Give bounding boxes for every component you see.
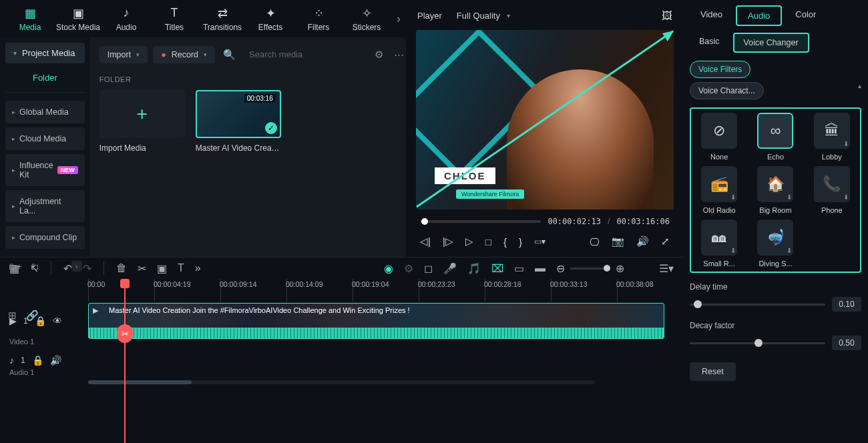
next-frame-icon[interactable]: |▷ bbox=[443, 236, 453, 248]
track-lock-icon[interactable]: 🔒 bbox=[32, 355, 43, 366]
marker-icon[interactable]: ▭ bbox=[514, 262, 524, 275]
mask-icon[interactable]: ◻ bbox=[424, 262, 433, 275]
voice-filter-small-r-[interactable]: 🏘⬇Small R... bbox=[694, 219, 744, 268]
player-scrubber[interactable] bbox=[420, 220, 541, 223]
text-icon[interactable]: T bbox=[178, 262, 184, 274]
project-media-header[interactable]: ▾ Project Media bbox=[5, 43, 85, 63]
media-browser: Import▾ ●Record▾ 🔍 ⚙ ⋯ FOLDER + Import M… bbox=[90, 37, 416, 257]
timeline-ruler[interactable]: 00:0000:00:04:1900:00:09:1400:00:14:0900… bbox=[0, 279, 683, 302]
pill-voice-filters[interactable]: Voice Filters bbox=[690, 61, 750, 78]
zoom-out-icon[interactable]: ⊖ bbox=[556, 262, 565, 275]
snapshot-icon[interactable]: 🖼 bbox=[662, 10, 672, 22]
delay-value[interactable]: 0.10 bbox=[832, 297, 861, 312]
prev-frame-icon[interactable]: ◁| bbox=[420, 236, 431, 248]
nav-tab-audio[interactable]: ♪Audio bbox=[103, 2, 150, 35]
reset-button[interactable]: Reset bbox=[690, 362, 736, 381]
video-track-icon[interactable]: ▶ bbox=[9, 316, 17, 326]
sidebar-item-influence-kit[interactable]: ▸Influence KitNEW bbox=[5, 154, 85, 186]
filters-icon: ⁘ bbox=[311, 6, 326, 21]
voice-filter-big-room[interactable]: 🏠⬇Big Room bbox=[750, 166, 801, 214]
transitions-icon: ⇄ bbox=[215, 6, 230, 21]
record-button[interactable]: ●Record▾ bbox=[153, 46, 215, 63]
cut-icon[interactable]: ✂ bbox=[138, 262, 146, 275]
voice-filter-none[interactable]: ⊘None bbox=[694, 113, 744, 161]
sidebar-item-global-media[interactable]: ▸Global Media bbox=[5, 101, 85, 123]
speed-icon[interactable]: ⚙ bbox=[404, 262, 413, 275]
mic-icon[interactable]: 🎤 bbox=[443, 262, 457, 275]
search-input[interactable] bbox=[244, 45, 367, 63]
play-icon[interactable]: ▷ bbox=[465, 236, 473, 248]
audio-track-icon[interactable]: ♪ bbox=[9, 355, 14, 366]
camera-icon[interactable]: 📷 bbox=[612, 236, 624, 248]
more-options-icon[interactable]: ⋯ bbox=[391, 49, 407, 61]
check-icon: ✓ bbox=[265, 122, 277, 134]
pill-voice-characters[interactable]: Voice Charact... bbox=[690, 82, 764, 99]
more-icon[interactable]: » bbox=[195, 262, 201, 274]
playhead[interactable]: ✂ bbox=[124, 279, 126, 443]
audio-icon: ♪ bbox=[119, 6, 134, 21]
import-button[interactable]: Import▾ bbox=[99, 46, 148, 63]
voice-filter-old-radio[interactable]: 📻⬇Old Radio bbox=[694, 166, 744, 214]
voice-filter-lobby[interactable]: 🏛⬇Lobby bbox=[807, 113, 857, 161]
magnet-icon[interactable]: ⌧ bbox=[491, 262, 503, 275]
nav-overflow-icon[interactable]: › bbox=[397, 12, 401, 26]
fullscreen-icon[interactable]: ⤢ bbox=[661, 236, 670, 248]
player-video[interactable]: CHLOE Wondershare Filmora bbox=[416, 30, 674, 209]
crop-icon[interactable]: ▣ bbox=[157, 262, 167, 275]
media-icon: ▦ bbox=[23, 6, 37, 21]
view-icon[interactable]: ☰▾ bbox=[659, 262, 674, 275]
new-folder-icon[interactable]: 🗀+ bbox=[8, 262, 22, 272]
track-mute-icon[interactable]: 🔊 bbox=[50, 355, 61, 366]
media-clip-tile[interactable]: 00:03:16 ✓ Master AI Video Creati... bbox=[196, 90, 281, 153]
folder-tab[interactable]: Folder bbox=[5, 66, 85, 93]
voice-filter-diving-s-[interactable]: 🤿⬇Diving S... bbox=[750, 219, 801, 268]
import-media-tile[interactable]: + Import Media bbox=[99, 90, 185, 153]
mark-in-icon[interactable]: { bbox=[503, 236, 507, 248]
zoom-in-icon[interactable]: ⊕ bbox=[616, 262, 624, 275]
voice-filter-echo[interactable]: ∞Echo bbox=[750, 113, 801, 161]
stop-icon[interactable]: □ bbox=[485, 236, 491, 248]
playhead-cut-icon[interactable]: ✂ bbox=[117, 324, 133, 343]
timeline-h-scrollbar[interactable] bbox=[88, 380, 595, 384]
new-badge: NEW bbox=[57, 166, 78, 174]
ai-icon[interactable]: ◉ bbox=[384, 262, 393, 275]
tab-color[interactable]: Color bbox=[785, 5, 827, 26]
voice-filter-phone[interactable]: 📞⬇Phone bbox=[807, 166, 857, 214]
sidebar-item-cloud-media[interactable]: ▸Cloud Media bbox=[5, 127, 85, 150]
zoom-slider[interactable] bbox=[570, 268, 610, 270]
decay-value[interactable]: 0.50 bbox=[832, 336, 861, 350]
filter-icon[interactable]: ⚙ bbox=[372, 49, 386, 61]
nav-tab-titles[interactable]: TTitles bbox=[151, 2, 198, 35]
nav-tab-transitions[interactable]: ⇄Transitions bbox=[199, 2, 246, 35]
delete-icon[interactable]: 🗑 bbox=[116, 262, 127, 274]
track-visible-icon[interactable]: 👁 bbox=[53, 316, 62, 326]
video-clip[interactable]: ▶ Master AI Video Creation Join the #Fil… bbox=[88, 303, 664, 339]
range-icon[interactable]: ▬ bbox=[535, 262, 546, 274]
tab-video[interactable]: Video bbox=[690, 5, 733, 26]
collapse-sidebar-icon[interactable]: ‹ bbox=[71, 261, 82, 272]
nav-tab-stickers[interactable]: ✧Stickers bbox=[343, 2, 390, 35]
nav-tab-stock-media[interactable]: ▣Stock Media bbox=[55, 2, 101, 35]
sidebar-item-compound-clip[interactable]: ▸Compound Clip bbox=[5, 226, 85, 249]
download-icon: ⬇ bbox=[843, 193, 849, 201]
sidebar-item-adjustment-la-[interactable]: ▸Adjustment La... bbox=[5, 190, 85, 222]
subtab-voice-changer[interactable]: Voice Changer bbox=[733, 33, 809, 53]
collapse-icon[interactable]: ▴ bbox=[858, 82, 861, 99]
stock-media-icon: ▣ bbox=[71, 6, 85, 21]
tab-audio[interactable]: Audio bbox=[736, 5, 782, 26]
delay-slider[interactable] bbox=[690, 304, 825, 306]
nav-tab-filters[interactable]: ⁘Filters bbox=[295, 2, 342, 35]
nav-tab-media[interactable]: ▦Media bbox=[7, 2, 53, 35]
track-lock-icon[interactable]: 🔒 bbox=[35, 316, 46, 326]
volume-icon[interactable]: 🔊 bbox=[636, 236, 649, 248]
ratio-icon[interactable]: ▭▾ bbox=[534, 237, 546, 246]
mark-out-icon[interactable]: } bbox=[519, 236, 522, 248]
music-icon[interactable]: 🎵 bbox=[467, 262, 481, 275]
display-icon[interactable]: 🖵 bbox=[590, 236, 600, 248]
nav-tab-effects[interactable]: ✦Effects bbox=[247, 2, 294, 35]
decay-slider[interactable] bbox=[690, 342, 825, 344]
folder-heading: FOLDER bbox=[99, 75, 407, 83]
quality-dropdown[interactable]: Full Quality ▾ bbox=[450, 8, 517, 23]
folder-icon[interactable]: 🗀 bbox=[30, 262, 39, 272]
subtab-basic[interactable]: Basic bbox=[690, 33, 729, 53]
